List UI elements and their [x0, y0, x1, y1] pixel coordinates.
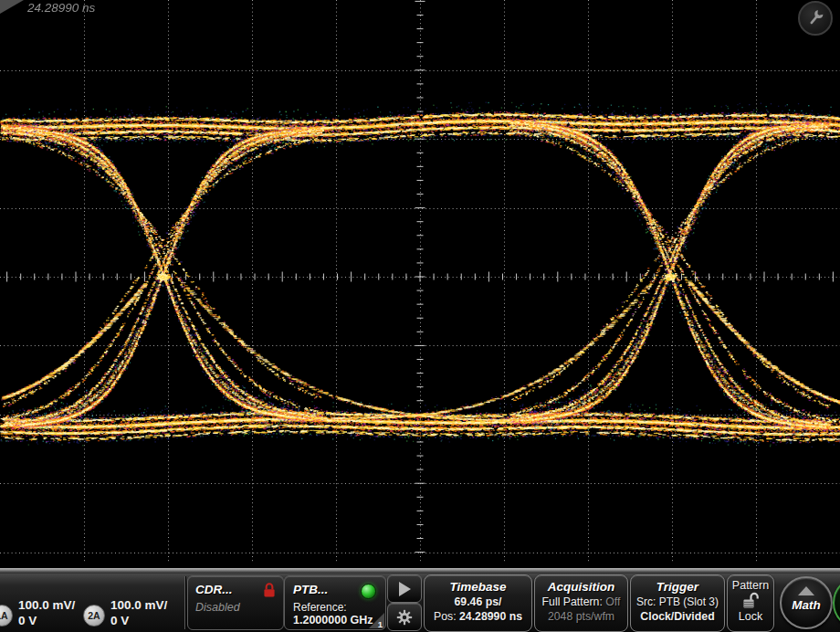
channel-1-button[interactable]: 1A 100.0 mV/ 0 V: [0, 574, 82, 632]
run-button[interactable]: [387, 574, 422, 603]
channel-1-badge: 1A: [0, 605, 13, 627]
waveform-display: 24.28990 ns: [0, 0, 840, 568]
trigger-mode: Clock/Divided: [631, 610, 724, 623]
setup-tools-button[interactable]: [798, 1, 833, 36]
channel-1-scale: 100.0 mV/: [18, 598, 75, 612]
timebase-pos-label: Pos:: [434, 610, 457, 623]
cdr-status: Disabled: [195, 601, 240, 614]
ptb-slot-badge: 1: [378, 619, 383, 629]
trigger-title: Trigger: [631, 580, 724, 594]
acquisition-pattern-value: Off: [605, 595, 620, 608]
timebase-panel[interactable]: Timebase 69.46 ps/ Pos: 24.28990 ns: [424, 574, 532, 632]
acquisition-points: 2048 pts/wfm: [535, 610, 627, 623]
wrench-icon: [805, 8, 825, 28]
acquisition-title: Acquisition: [535, 580, 627, 594]
toolbar-separator: [184, 576, 185, 629]
acquisition-pattern-label: Full Pattern:: [542, 595, 603, 608]
up-arrow-icon: [798, 586, 814, 595]
channel-2-offset: 0 V: [110, 614, 129, 627]
cdr-button[interactable]: CDR... Disabled: [187, 575, 284, 630]
position-readout: 24.28990 ns: [27, 1, 95, 15]
channel-1-offset: 0 V: [18, 614, 37, 627]
math-button[interactable]: Math: [780, 576, 833, 629]
channel-2-button[interactable]: 2A 100.0 mV/ 0 V: [82, 574, 183, 632]
pattern-lock-top-label: Pattern: [728, 579, 773, 592]
settings-button[interactable]: [387, 603, 422, 631]
acquisition-pattern: Full Pattern: Off: [535, 595, 627, 608]
timebase-pos-value: 24.28990 ns: [459, 610, 522, 623]
timebase-position: Pos: 24.28990 ns: [425, 610, 531, 623]
cdr-title: CDR...: [195, 583, 233, 596]
channel-2-badge: 2A: [83, 605, 105, 627]
channel-2-scale: 100.0 mV/: [110, 598, 167, 612]
play-icon: [399, 582, 411, 596]
eye-diagram-canvas: [0, 0, 840, 568]
oscilloscope-app: 24.28990 ns 1A 100.0 mV/ 0 V 2A 100.0 mV…: [0, 0, 840, 632]
ptb-title: PTB...: [293, 583, 328, 596]
pattern-lock-bottom-label: Lock: [728, 610, 773, 623]
pattern-lock-button[interactable]: Pattern Lock: [727, 574, 774, 632]
trigger-panel[interactable]: Trigger Src: PTB (Slot 3) Clock/Divided: [630, 574, 725, 632]
acquisition-panel[interactable]: Acquisition Full Pattern: Off 2048 pts/w…: [534, 574, 628, 632]
ptb-button[interactable]: PTB... Reference: 1.2000000 GHz 1: [284, 575, 386, 630]
status-led-icon: [361, 584, 376, 599]
timebase-title: Timebase: [425, 580, 531, 594]
lock-open-icon: [740, 592, 761, 610]
timebase-scale: 69.46 ps/: [425, 595, 531, 608]
trigger-source: Src: PTB (Slot 3): [631, 595, 724, 608]
lock-closed-icon: [263, 582, 276, 598]
ptb-reference-label: Reference:: [293, 601, 347, 614]
gear-icon: [395, 608, 414, 627]
position-marker-icon[interactable]: [0, 0, 24, 14]
edge-partial-button[interactable]: [833, 576, 840, 629]
bottom-toolbar: 1A 100.0 mV/ 0 V 2A 100.0 mV/ 0 V CDR...…: [0, 574, 840, 632]
math-label: Math: [792, 598, 821, 612]
ptb-reference-value: 1.2000000 GHz: [293, 614, 373, 627]
